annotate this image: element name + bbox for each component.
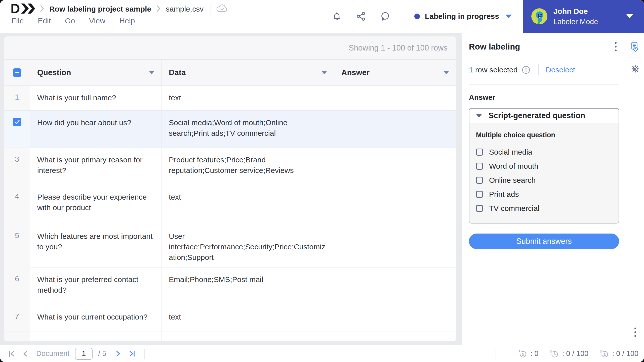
divider: [144, 349, 145, 359]
row-number-cell[interactable]: 6: [4, 267, 30, 305]
pager-label: Document: [36, 349, 69, 358]
last-page-button[interactable]: [127, 349, 137, 359]
document-pager: Document / 5: [0, 348, 145, 360]
answer-cell[interactable]: [334, 267, 456, 305]
first-page-button[interactable]: [7, 349, 17, 359]
right-icon-strip: [626, 33, 644, 345]
select-all-checkbox[interactable]: [4, 60, 30, 85]
data-cell[interactable]: text: [162, 332, 334, 341]
column-header-data[interactable]: Data: [162, 60, 334, 85]
menu-help[interactable]: Help: [119, 17, 135, 25]
data-cell[interactable]: text: [162, 86, 334, 110]
settings-gear-icon[interactable]: [630, 63, 641, 74]
labeling-status-dropdown[interactable]: Labeling in progress: [414, 12, 512, 21]
breadcrumb-file[interactable]: sample.csv: [166, 5, 204, 13]
data-cell[interactable]: Social media;Word of mouth;Online search…: [162, 111, 334, 148]
footer-bar: Document / 5 Σ T: [0, 345, 644, 362]
question-label: Multiple choice question: [476, 131, 612, 139]
chevron-right-icon: [40, 5, 44, 13]
submit-answers-button[interactable]: Submit answers: [469, 234, 619, 249]
column-dropdown-icon: [444, 71, 449, 74]
panel-kebab-menu-icon[interactable]: [612, 40, 619, 53]
breadcrumb: D Row labeling project sample sample.csv: [11, 3, 228, 16]
row-checkbox-cell[interactable]: [4, 111, 30, 148]
option-checkbox[interactable]: [476, 205, 483, 212]
cloud-sync-icon: [216, 4, 228, 14]
next-page-button[interactable]: [113, 349, 123, 359]
row-number-cell[interactable]: [4, 332, 30, 341]
table-row: 4 Please describe your experience with o…: [4, 185, 456, 224]
data-cell[interactable]: text: [162, 305, 334, 332]
breadcrumb-project[interactable]: Row labeling project sample: [49, 5, 151, 13]
question-cell[interactable]: What is your primary reason for interest…: [30, 148, 162, 185]
option-checkbox[interactable]: [476, 163, 483, 170]
info-icon[interactable]: [521, 65, 531, 75]
share-icon[interactable]: [355, 11, 367, 22]
data-cell[interactable]: Email;Phone;SMS;Post mail: [162, 267, 334, 305]
deselect-link[interactable]: Deselect: [546, 66, 575, 74]
chevron-right-icon: [156, 5, 161, 13]
svg-text:Σ: Σ: [521, 352, 525, 357]
question-cell[interactable]: How did you hear about us?: [30, 111, 162, 148]
divider: [404, 8, 404, 25]
avatar: [531, 8, 547, 24]
svg-text:T: T: [518, 349, 520, 352]
answer-cell[interactable]: [334, 305, 456, 332]
answer-cell[interactable]: [334, 224, 456, 269]
question-cell[interactable]: What is your current occupation?: [30, 305, 162, 332]
row-labeling-panel: Row labeling 1 row selected Deselect Ans…: [462, 33, 626, 345]
question-cell[interactable]: What is your full name?: [30, 86, 162, 110]
top-bar-actions: Labeling in progress: [331, 0, 523, 33]
answer-cell[interactable]: [334, 185, 456, 224]
option-checkbox[interactable]: [476, 191, 483, 198]
option-row: Word of mouth: [476, 159, 612, 173]
menu-edit[interactable]: Edit: [38, 17, 51, 25]
row-number-cell[interactable]: 1: [4, 86, 30, 110]
option-row: Online search: [476, 173, 612, 187]
stat-sigma-icon: Σ: [599, 349, 609, 358]
row-number-cell[interactable]: 7: [4, 305, 30, 332]
user-menu[interactable]: John Doe Labeler Mode: [523, 0, 644, 33]
answer-cell[interactable]: [334, 111, 456, 148]
top-bar: D Row labeling project sample sample.csv: [0, 0, 644, 33]
strip-kebab-menu-icon[interactable]: [632, 326, 639, 338]
stat-time-progress: : 0 / 100: [549, 349, 588, 358]
collapse-triangle-icon: [476, 114, 482, 118]
answer-cell[interactable]: [334, 86, 456, 110]
data-cell[interactable]: Product features;Price;Brand reputation;…: [162, 148, 334, 185]
row-labeling-tool-icon[interactable]: [630, 41, 641, 52]
question-cell[interactable]: Which features are most important to you…: [30, 224, 162, 269]
showing-rows-text: Showing 1 - 100 of 100 rows: [349, 43, 448, 53]
question-cell[interactable]: Please describe your experience with our…: [30, 185, 162, 224]
menu-file[interactable]: File: [12, 17, 24, 25]
table-row-partial: What is your current occupation? text: [4, 332, 456, 341]
answer-cell[interactable]: [334, 148, 456, 185]
row-number-cell[interactable]: 4: [4, 185, 30, 224]
question-cell[interactable]: What is your preferred contact method?: [30, 267, 162, 305]
notifications-bell-icon[interactable]: [331, 11, 342, 22]
column-dropdown-icon: [149, 71, 154, 74]
column-header-question[interactable]: Question: [30, 60, 162, 85]
app-logo-icon[interactable]: D: [11, 2, 35, 16]
previous-page-button[interactable]: [21, 349, 31, 359]
showing-rows-bar: Showing 1 - 100 of 100 rows: [4, 36, 456, 60]
table-row: 1 What is your full name? text: [4, 86, 456, 111]
option-checkbox[interactable]: [476, 149, 483, 156]
data-cell[interactable]: text: [162, 185, 334, 224]
answer-cell[interactable]: [334, 332, 456, 341]
table-row: 6 What is your preferred contact method?…: [4, 267, 456, 305]
question-cell[interactable]: What is your current occupation?: [30, 332, 162, 341]
menu-go[interactable]: Go: [65, 17, 75, 25]
menu-view[interactable]: View: [89, 17, 105, 25]
question-group-collapse-header[interactable]: Script-generated question: [469, 109, 619, 123]
data-cell[interactable]: User interface;Performance;Security;Pric…: [162, 224, 334, 269]
row-number-cell[interactable]: 5: [4, 224, 30, 269]
page-number-input[interactable]: [75, 348, 93, 360]
comments-icon[interactable]: [380, 11, 391, 22]
chevron-down-icon: [506, 15, 512, 18]
column-header-answer[interactable]: Answer: [334, 60, 456, 85]
question-group-title: Script-generated question: [489, 111, 585, 120]
option-checkbox[interactable]: [476, 177, 483, 184]
row-number-cell[interactable]: 3: [4, 148, 30, 185]
selection-summary: 1 row selected Deselect: [469, 64, 619, 75]
